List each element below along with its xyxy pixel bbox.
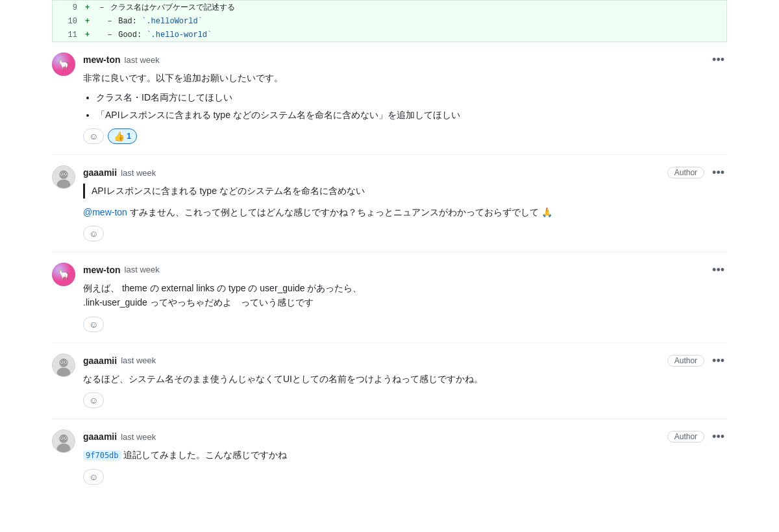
- diff-row-10: 10 + － Bad: `.helloWorld`: [53, 14, 726, 28]
- comment-2-reactions: ☺️: [83, 226, 727, 241]
- comment-2-header-right: Author •••: [667, 165, 727, 180]
- comment-3-author: mew-ton: [83, 265, 121, 275]
- diff-content-11: － Good: `.hello-world`: [98, 29, 212, 40]
- page-container: 9 + － クラス名はケバブケースで記述する 10 + － Bad: `.hel…: [0, 0, 779, 532]
- svg-point-17: [65, 361, 66, 363]
- svg-text:🦙: 🦙: [57, 58, 70, 70]
- comment-5-header-right: Author •••: [667, 429, 727, 444]
- comment-1-list: クラス名・ID名両方にしてほしい 「APIレスポンスに含まれる type などの…: [83, 90, 727, 122]
- comment-2-header: gaaamii last week Author •••: [83, 165, 727, 180]
- thumbsup-count: 1: [127, 132, 131, 141]
- comment-4-author: gaaamii: [83, 356, 117, 366]
- svg-point-23: [61, 437, 62, 439]
- avatar-image-mewton-1: 🦙: [52, 53, 75, 76]
- comment-1-body: mew-ton last week ••• 非常に良いです。以下を追加お願いした…: [83, 53, 727, 144]
- svg-point-12: [59, 358, 68, 367]
- comment-2: gaaamii last week Author ••• APIレスポンスに含ま…: [52, 155, 727, 252]
- comment-1-emoji-reaction[interactable]: ☺️: [83, 128, 104, 144]
- diff-content-9: － クラス名はケバブケースで記述する: [98, 2, 235, 13]
- svg-point-3: [59, 171, 68, 179]
- comment-2-main-text: @mew-ton すみません、これって例としてはどんな感じですかね？ちょっとニュ…: [83, 205, 727, 219]
- line-num-9: 9: [58, 3, 77, 12]
- diff-row-11: 11 + － Good: `.hello-world`: [53, 28, 726, 42]
- comment-2-header-left: gaaamii last week: [83, 167, 156, 178]
- comment-2-blockquote: APIレスポンスに含まれる type などのシステム名を命名に含めない: [83, 184, 727, 198]
- comment-5-author-badge: Author: [667, 431, 704, 442]
- comment-3-header-left: mew-ton last week: [83, 265, 160, 275]
- diff-sign-10: +: [85, 17, 94, 26]
- diff-block: 9 + － クラス名はケバブケースで記述する 10 + － Bad: `.hel…: [52, 0, 727, 42]
- diff-content-10: － Bad: `.helloWorld`: [98, 16, 203, 27]
- comment-2-more-button[interactable]: •••: [710, 165, 727, 180]
- comment-4-main-text: なるほど、システム名そのまま使うんじゃなくてUIとしての名前をつけようねって感じ…: [83, 372, 727, 386]
- comment-1-thumbsup-reaction[interactable]: 👍 1: [108, 128, 137, 144]
- avatar-gaaamii-5: [52, 429, 75, 453]
- comment-5-emoji-reaction[interactable]: ☺️: [83, 469, 104, 485]
- comment-2-time: last week: [121, 168, 156, 178]
- comment-4-reactions: ☺️: [83, 393, 727, 408]
- avatar-mewton-3: 🦙: [52, 263, 75, 286]
- avatar-image-gaaamii-5: [53, 429, 75, 453]
- comment-3-text: 例えば、 theme の external links の type の use…: [83, 281, 727, 310]
- comment-4-author-badge: Author: [667, 355, 704, 367]
- comment-1-header: mew-ton last week •••: [83, 53, 727, 67]
- comment-5: gaaamii last week Author ••• 9f705db 追記し…: [52, 419, 727, 494]
- diff-code-good: `.hello-world`: [146, 30, 212, 40]
- avatar-image-gaaamii-2: [53, 165, 75, 189]
- comment-5-more-button[interactable]: •••: [710, 429, 727, 444]
- line-num-11: 11: [58, 30, 77, 40]
- comment-1-header-left: mew-ton last week: [83, 54, 160, 65]
- svg-text:🦙: 🦙: [57, 268, 70, 280]
- avatar-gaaamii-2: [52, 165, 75, 189]
- thumbsup-emoji: 👍: [114, 131, 125, 141]
- diff-code-bad: `.helloWorld`: [142, 17, 203, 26]
- comment-2-author: gaaamii: [83, 167, 117, 178]
- comment-3-header: mew-ton last week •••: [83, 263, 727, 277]
- comment-3-more-button[interactable]: •••: [710, 263, 727, 277]
- comment-2-emoji-reaction[interactable]: ☺️: [83, 226, 104, 241]
- comment-4-time: last week: [121, 356, 156, 365]
- svg-point-16: [61, 361, 62, 363]
- line-num-10: 10: [58, 17, 77, 26]
- comment-1-reactions: ☺️ 👍 1: [83, 128, 727, 144]
- commit-hash-link[interactable]: 9f705db: [83, 450, 121, 461]
- comment-5-text: 9f705db 追記してみました。こんな感じですかね: [83, 448, 727, 462]
- svg-point-19: [59, 435, 68, 443]
- comment-1-main-text: 非常に良いです。以下を追加お願いしたいです。: [83, 71, 727, 85]
- svg-point-8: [65, 174, 66, 175]
- svg-point-7: [61, 174, 62, 175]
- comment-1-time: last week: [125, 55, 160, 65]
- comment-5-author: gaaamii: [83, 431, 117, 442]
- comment-4: gaaamii last week Author ••• なるほど、システム名そ…: [52, 343, 727, 419]
- comment-1: 🦙 mew-ton last week ••• 非常に良いです。以下を追加お願い…: [52, 42, 727, 155]
- comment-4-header-right: Author •••: [667, 354, 727, 368]
- comment-1-header-right: •••: [710, 53, 727, 67]
- comment-3-emoji-reaction[interactable]: ☺️: [83, 317, 104, 332]
- comment-3-main-text: 例えば、 theme の external links の type の use…: [83, 281, 727, 310]
- comment-4-more-button[interactable]: •••: [710, 354, 727, 368]
- diff-sign-9: +: [85, 3, 94, 12]
- comment-1-list-item-2: 「APIレスポンスに含まれる type などのシステム名を命名に含めない」を追加…: [96, 108, 727, 122]
- comment-5-main-text: 9f705db 追記してみました。こんな感じですかね: [83, 448, 727, 462]
- comments-area: 🦙 mew-ton last week ••• 非常に良いです。以下を追加お願い…: [0, 42, 779, 495]
- comment-3-header-right: •••: [710, 263, 727, 277]
- comment-5-body: gaaamii last week Author ••• 9f705db 追記し…: [83, 429, 727, 484]
- comment-1-author: mew-ton: [83, 54, 121, 65]
- comment-2-author-badge: Author: [667, 167, 704, 178]
- diff-sign-11: +: [85, 30, 94, 40]
- avatar-gaaamii-4: [52, 354, 75, 377]
- comment-1-text: 非常に良いです。以下を追加お願いしたいです。 クラス名・ID名両方にしてほしい …: [83, 71, 727, 122]
- comment-3-reactions: ☺️: [83, 317, 727, 332]
- comment-5-header: gaaamii last week Author •••: [83, 429, 727, 444]
- comment-4-header: gaaamii last week Author •••: [83, 354, 727, 368]
- comment-5-header-left: gaaamii last week: [83, 431, 156, 442]
- comment-4-emoji-reaction[interactable]: ☺️: [83, 393, 104, 408]
- comment-2-body: gaaamii last week Author ••• APIレスポンスに含ま…: [83, 165, 727, 241]
- diff-row-9: 9 + － クラス名はケバブケースで記述する: [53, 1, 726, 14]
- comment-3-time: last week: [125, 265, 160, 274]
- comment-1-more-button[interactable]: •••: [710, 53, 727, 67]
- svg-point-24: [65, 437, 66, 439]
- comment-5-text-after-commit: 追記してみました。こんな感じですかね: [123, 450, 287, 460]
- comment-4-body: gaaamii last week Author ••• なるほど、システム名そ…: [83, 354, 727, 408]
- comment-4-header-left: gaaamii last week: [83, 356, 156, 366]
